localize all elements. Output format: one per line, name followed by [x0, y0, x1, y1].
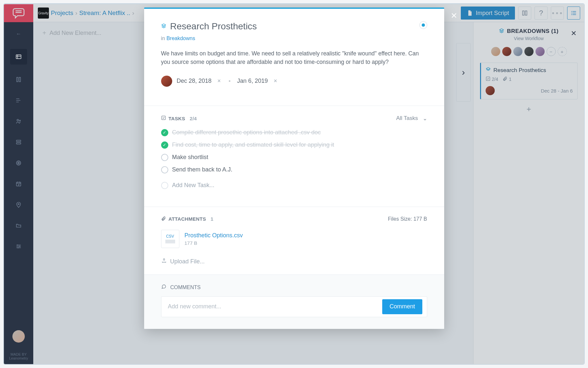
files-size-label: Files Size: 177 B: [388, 216, 427, 222]
task-row[interactable]: ✓ Find cost, time to apply, and estimate…: [161, 139, 427, 151]
empty-checkbox-icon: [161, 182, 168, 189]
attachments-title: ATTACHMENTS: [169, 216, 206, 222]
attachments-count: 1: [211, 216, 214, 222]
paperclip-icon: [161, 216, 166, 222]
task-label: Compile different prosethic options into…: [172, 129, 321, 136]
layers-icon: [161, 23, 166, 30]
upload-file-button[interactable]: Upload File...: [144, 252, 444, 274]
task-row[interactable]: Make shortlist: [161, 151, 427, 164]
task-detail-modal: Research Prosthetics in Breakdowns We ha…: [144, 7, 444, 329]
svg-rect-12: [161, 116, 165, 120]
comment-box: Comment: [161, 296, 427, 317]
task-checkbox[interactable]: [161, 154, 168, 161]
add-task-button[interactable]: Add New Task...: [144, 179, 444, 196]
comment-icon: [161, 285, 168, 290]
start-date[interactable]: Dec 28, 2018: [177, 78, 212, 84]
task-label: Send them back to A.J.: [172, 166, 233, 173]
tasks-filter-dropdown[interactable]: All Tasks ⌄: [396, 115, 427, 122]
file-size: 177 B: [185, 240, 243, 246]
task-checkbox[interactable]: ✓: [161, 141, 168, 149]
tasks-title: TASKS: [169, 116, 185, 121]
status-indicator[interactable]: [419, 21, 427, 29]
task-row[interactable]: Send them back to A.J.: [161, 164, 427, 176]
clear-end-date[interactable]: ×: [272, 78, 279, 84]
owner-avatar[interactable]: [161, 76, 172, 87]
end-date[interactable]: Jan 6, 2019: [237, 78, 268, 84]
modal-title: Research Prosthetics: [170, 21, 257, 32]
modal-location: in Breakdowns: [161, 36, 427, 41]
breakdowns-link[interactable]: Breakdowns: [166, 36, 195, 41]
date-separator: -: [229, 78, 231, 84]
clear-start-date[interactable]: ×: [216, 78, 222, 84]
task-row[interactable]: ✓ Compile different prosethic options in…: [161, 126, 427, 139]
file-name[interactable]: Prosthetic Options.csv: [185, 232, 243, 239]
checkbox-icon: [161, 115, 166, 121]
chevron-down-icon: ⌄: [423, 115, 427, 122]
task-checkbox[interactable]: ✓: [161, 129, 168, 136]
task-checkbox[interactable]: [161, 166, 168, 173]
task-label: Make shortlist: [172, 154, 208, 161]
modal-description: We have limits on budget and time. We ne…: [161, 49, 427, 66]
tasks-count: 2/4: [190, 116, 197, 121]
close-modal-button[interactable]: ×: [451, 9, 457, 22]
comment-submit-button[interactable]: Comment: [382, 299, 422, 314]
task-list: ✓ Compile different prosethic options in…: [144, 126, 444, 179]
file-thumbnail: CSV: [161, 230, 179, 248]
task-label: Find cost, time to apply, and estimated …: [172, 141, 334, 148]
upload-icon: [161, 258, 167, 265]
comments-title: COMMENTS: [170, 285, 201, 290]
attachment-item[interactable]: CSV Prosthetic Options.csv 177 B: [161, 230, 427, 248]
comment-input[interactable]: [168, 303, 383, 310]
